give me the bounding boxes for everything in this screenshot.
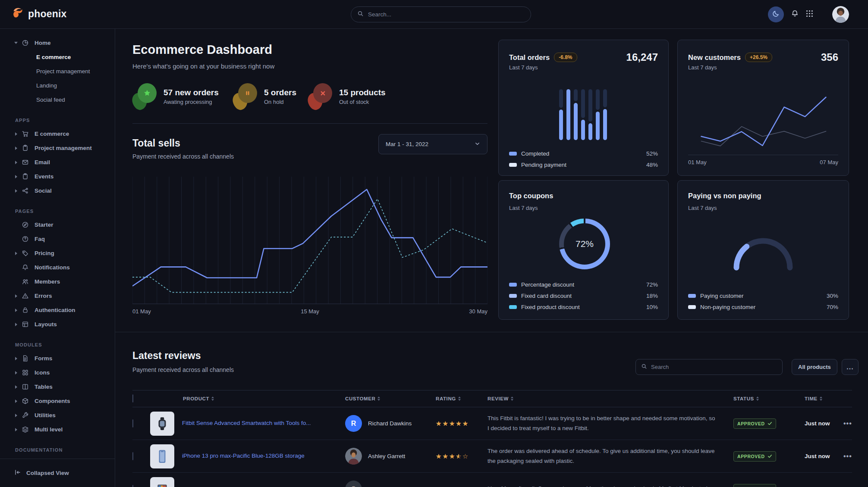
legend-label: Pending payment [521, 162, 566, 168]
divider [688, 155, 838, 155]
review-text: The order was delivered ahead of schedul… [487, 446, 733, 466]
apps-grid-button[interactable] [802, 6, 818, 22]
legend-label: Percentage discount [521, 281, 574, 288]
review-text: This Fitbit is fantastic! I was trying t… [487, 414, 733, 433]
column-header-time[interactable]: TIME [805, 396, 843, 401]
legend-label: Fixed card discount [521, 293, 572, 299]
sidebar-item-forms[interactable]: Forms [0, 351, 115, 365]
legend-swatch [509, 305, 517, 309]
latest-reviews-subtitle: Payment received across all channels [132, 366, 234, 373]
pause-stat-icon [233, 83, 257, 110]
table-row: iPhone 13 pro max-Pacific Blue-128GB sto… [132, 440, 852, 473]
stat-value: 15 products [339, 88, 386, 97]
sidebar-item-label: Authentication [35, 307, 75, 313]
column-header-status[interactable]: STATUS [733, 396, 805, 401]
donut-center-value: 72% [576, 239, 594, 249]
sidebar-item-notifications[interactable]: Notifications [0, 260, 115, 275]
sidebar-item-label: Multi level [35, 426, 63, 433]
bell-icon [791, 9, 799, 19]
x-axis-label: 07 May [820, 159, 838, 165]
sidebar-item-home[interactable]: Home [0, 36, 115, 50]
product-link[interactable]: Fitbit Sense Advanced Smartwatch with To… [182, 419, 324, 428]
sidebar-item-multi-level[interactable]: Multi level [0, 422, 115, 437]
card-period: Last 7 days [688, 205, 717, 211]
column-header-customer[interactable]: CUSTOMER [345, 396, 436, 401]
sidebar-item-label: Components [35, 398, 70, 404]
row-checkbox[interactable] [132, 485, 133, 487]
legend-value: 18% [646, 293, 658, 299]
latest-reviews-title: Latest reviews [132, 350, 201, 362]
row-checkbox[interactable] [132, 452, 133, 460]
paying-legend: Paying customer 30% Non-paying customer … [688, 290, 838, 312]
sidebar-subitem-project-management[interactable]: Project management [0, 64, 115, 78]
column-header-rating[interactable]: RATING [436, 396, 487, 401]
sidebar-item-pricing[interactable]: Pricing [0, 246, 115, 260]
paying-gauge-chart [729, 232, 798, 274]
sidebar-item-components[interactable]: Components [0, 394, 115, 408]
sidebar-item-email[interactable]: Email [0, 155, 115, 169]
sidebar-item-members[interactable]: Members [0, 275, 115, 289]
profile-avatar[interactable] [832, 6, 849, 23]
table-columns-icon [22, 383, 29, 390]
card-title: Total orders [509, 53, 550, 62]
card-title: Paying vs non paying [688, 192, 761, 200]
sidebar-item-layouts[interactable]: Layouts [0, 317, 115, 331]
sidebar-item-project-management[interactable]: Project management [0, 141, 115, 155]
top-coupons-card: Top coupons Last 7 days 72% Percentage d… [498, 180, 669, 320]
table-row: Fitbit Sense Advanced Smartwatch with To… [132, 407, 852, 440]
product-link[interactable]: iPhone 13 pro max-Pacific Blue-128GB sto… [182, 452, 318, 460]
reviews-search[interactable] [635, 359, 783, 375]
row-menu-button[interactable]: ••• [843, 453, 856, 460]
x-stat-icon [308, 83, 332, 110]
legend-value: 72% [646, 281, 658, 288]
date-range-select[interactable]: Mar 1 - 31, 2022 [378, 134, 487, 154]
product-thumbnail [150, 412, 174, 436]
collapsed-view-toggle[interactable]: Collapsed View [0, 459, 115, 487]
total-orders-card: Total orders -6.8% 16,247 Last 7 days Co… [498, 40, 669, 176]
global-search[interactable] [351, 6, 531, 22]
sidebar-item-faq[interactable]: Faq [0, 232, 115, 246]
sidebar-item-social[interactable]: Social [0, 184, 115, 198]
sidebar-subitem-e-commerce[interactable]: E commerce [0, 50, 115, 64]
sidebar-item-events[interactable]: Events [0, 169, 115, 184]
sidebar-item-errors[interactable]: Errors [0, 289, 115, 303]
select-all-checkbox[interactable] [132, 394, 133, 403]
clipboard-icon [22, 173, 29, 180]
sidebar-item-e-commerce[interactable]: E commerce [0, 127, 115, 141]
theme-toggle-button[interactable] [768, 6, 784, 22]
sidebar-section-label: DOCUMENTATION [0, 443, 115, 456]
search-input[interactable] [368, 11, 525, 18]
sidebar-subitem-social-feed[interactable]: Social feed [0, 93, 115, 107]
star-stat-icon [132, 83, 157, 110]
row-menu-button[interactable]: ••• [843, 420, 856, 428]
column-header-review[interactable]: REVIEW [487, 396, 733, 401]
grid-icon [805, 9, 814, 19]
grid-squares-icon [22, 369, 29, 376]
cube-icon [22, 397, 29, 405]
page-subtitle: Here's what's going on at your business … [132, 62, 274, 70]
reviews-more-button[interactable]: ... [842, 359, 859, 375]
all-products-button[interactable]: All products [792, 359, 837, 375]
legend-swatch [509, 294, 517, 298]
notifications-button[interactable] [787, 6, 803, 22]
quick-stat: 57 new orders Awating processing [132, 83, 219, 110]
sidebar-item-icons[interactable]: Icons [0, 365, 115, 380]
sidebar-subitem-landing[interactable]: Landing [0, 78, 115, 93]
customer-name: Ashley Garrett [368, 453, 405, 459]
sidebar-item-utilities[interactable]: Utilities [0, 408, 115, 422]
coupons-legend: Percentage discount 72% Fixed card disco… [509, 279, 658, 312]
sidebar-item-tables[interactable]: Tables [0, 380, 115, 394]
total-sells-subtitle: Payment received across all channels [132, 153, 234, 160]
sidebar-item-starter[interactable]: Starter [0, 218, 115, 232]
reviews-search-input[interactable] [651, 364, 777, 370]
product-thumbnail [150, 444, 174, 468]
sidebar-item-label: Icons [35, 369, 50, 376]
column-header-product[interactable]: PRODUCT [150, 396, 345, 401]
brand[interactable]: phoenix [11, 6, 67, 21]
row-checkbox[interactable] [132, 419, 133, 428]
legend-label: Completed [521, 150, 549, 157]
divider [132, 123, 487, 124]
sidebar-item-authentication[interactable]: Authentication [0, 303, 115, 317]
sidebar-item-label: Email [35, 159, 50, 165]
sidebar-item-label: E commerce [35, 131, 69, 137]
